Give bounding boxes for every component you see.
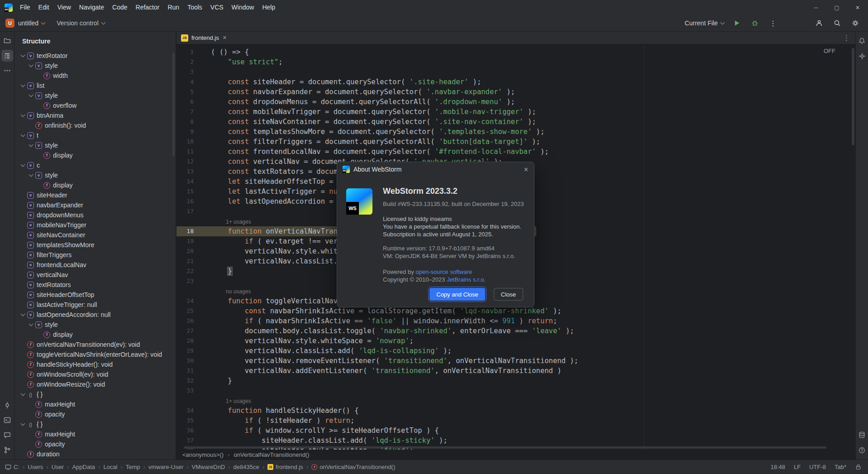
chevron-down-icon[interactable] — [29, 92, 33, 97]
structure-item[interactable]: fonWindowResize(): void — [14, 379, 176, 389]
run-config-selector[interactable]: Current File — [685, 19, 724, 27]
structure-item[interactable]: vverticalNav — [14, 270, 176, 280]
structure-item[interactable]: fwidth — [14, 71, 176, 81]
help-tool-button[interactable] — [856, 444, 868, 456]
status-path-item[interactable]: Temp — [126, 464, 140, 470]
line-number[interactable]: 26 — [176, 316, 211, 326]
chevron-down-icon[interactable] — [29, 172, 33, 177]
structure-item[interactable]: vfrontendLocalNav — [14, 260, 176, 270]
chevron-down-icon[interactable] — [21, 82, 25, 87]
code-line[interactable]: 27 document.body.classList.toggle( 'navb… — [176, 326, 855, 336]
chevron-slot[interactable] — [27, 65, 35, 67]
minimize-button[interactable]: ─ — [806, 0, 826, 15]
chevron-slot[interactable] — [19, 165, 27, 166]
code-line[interactable]: 29 verticalNav.classList.add( 'lqd-is-co… — [176, 346, 855, 356]
structure-item[interactable]: fdisplay — [14, 180, 176, 190]
menu-vcs[interactable]: VCS — [206, 0, 228, 15]
structure-item[interactable]: fonWindowScroll(ev): void — [14, 369, 176, 379]
chevron-slot[interactable] — [19, 424, 27, 425]
chevron-slot[interactable] — [27, 95, 35, 96]
line-number[interactable]: 31 — [176, 366, 211, 376]
menu-refactor[interactable]: Refactor — [132, 0, 164, 15]
usages-hint[interactable]: 1+ usages — [226, 398, 251, 404]
search-everywhere-button[interactable] — [832, 18, 843, 29]
more-actions-button[interactable]: ⋮ — [768, 18, 778, 29]
breadcrumb-function[interactable]: onVerticalNavTransitionend() — [234, 451, 309, 458]
structure-tool-button[interactable] — [1, 50, 13, 62]
structure-item[interactable]: vtemplatesShowMore — [14, 240, 176, 250]
commit-tool-button[interactable] — [1, 399, 13, 411]
settings-button[interactable] — [850, 18, 861, 29]
structure-item[interactable]: vt — [14, 130, 176, 140]
structure-item[interactable]: fonVerticalNavTransitionend(ev): void — [14, 340, 176, 350]
line-number[interactable] — [176, 286, 211, 296]
git-tool-button[interactable] — [1, 444, 13, 456]
usages-hint-row[interactable]: 1+ usages — [176, 396, 855, 406]
caret-position-widget[interactable]: 18:48 — [770, 464, 785, 470]
code-line[interactable]: 31 verticalNav.addEventListener( 'transi… — [176, 366, 855, 376]
status-path-item[interactable]: Users — [28, 464, 43, 470]
code-line[interactable]: 35 if ( !siteHeader ) return; — [176, 416, 855, 426]
line-number[interactable]: 29 — [176, 346, 211, 356]
chevron-down-icon[interactable] — [21, 162, 25, 167]
structure-item[interactable]: fopacity — [14, 409, 176, 419]
dialog-titlebar[interactable]: WS About WebStorm ✕ — [337, 162, 534, 177]
structure-item[interactable]: fonfinish(): void — [14, 120, 176, 130]
structure-item[interactable]: vdropdownMenus — [14, 210, 176, 220]
chevron-down-icon[interactable] — [21, 132, 25, 137]
code-line[interactable]: 4 const siteHeader = document.querySelec… — [176, 77, 855, 87]
code-line[interactable]: 10 const filterTriggers = document.query… — [176, 137, 855, 147]
structure-scrollbar[interactable] — [172, 53, 175, 157]
line-number[interactable]: 36 — [176, 426, 211, 436]
line-number[interactable]: 16 — [176, 196, 211, 206]
chevron-down-icon[interactable] — [29, 62, 33, 67]
code-line[interactable]: 6 const dropdownMenus = document.querySe… — [176, 97, 855, 107]
line-separator-widget[interactable]: LF — [794, 464, 801, 470]
menu-view[interactable]: View — [53, 0, 75, 15]
line-number[interactable]: 11 — [176, 147, 211, 157]
line-number[interactable]: 17 — [176, 206, 211, 216]
structure-item[interactable]: vnavbarExpander — [14, 200, 176, 210]
maximize-button[interactable]: ▢ — [826, 0, 847, 15]
database-tool-button[interactable] — [856, 429, 868, 440]
line-number[interactable]: 4 — [176, 77, 211, 87]
structure-item[interactable]: vfilterTriggers — [14, 250, 176, 260]
code-line[interactable]: 32 } — [176, 376, 855, 386]
menu-window[interactable]: Window — [228, 0, 258, 15]
breadcrumb-anonymous[interactable]: <anonymous>() — [182, 451, 224, 458]
structure-item[interactable]: vc — [14, 160, 176, 170]
code-line[interactable]: 33 — [176, 386, 855, 396]
code-line[interactable]: 3 — [176, 67, 855, 77]
code-line[interactable]: 1( () => { — [176, 47, 855, 57]
project-widget[interactable]: untitled — [18, 19, 45, 27]
menu-file[interactable]: File — [16, 0, 34, 15]
structure-item[interactable]: fmaxHeight — [14, 399, 176, 409]
chevron-down-icon[interactable] — [21, 112, 25, 117]
line-number[interactable]: 32 — [176, 376, 211, 386]
status-path-item[interactable]: vmware-User — [148, 464, 183, 470]
structure-item[interactable]: vbtnAnima — [14, 110, 176, 120]
line-number[interactable] — [176, 396, 211, 406]
line-number[interactable]: 37 — [176, 436, 211, 445]
line-number[interactable]: 5 — [176, 87, 211, 97]
status-path-item[interactable]: Local — [103, 464, 117, 470]
line-number[interactable]: 2 — [176, 57, 211, 67]
chevron-slot[interactable] — [19, 55, 27, 57]
line-number[interactable]: 7 — [176, 107, 211, 117]
usages-hint[interactable]: 1+ usages — [226, 219, 251, 225]
vertical-scrollbar[interactable] — [852, 48, 854, 145]
more-tool-windows-button[interactable] — [1, 65, 13, 77]
code-line[interactable]: 36 if ( window.scrollY >= siteHeaderOffs… — [176, 426, 855, 436]
line-number[interactable]: 13 — [176, 167, 211, 177]
menu-tools[interactable]: Tools — [183, 0, 206, 15]
chevron-slot[interactable] — [19, 394, 27, 395]
structure-item[interactable]: vsiteHeader — [14, 190, 176, 200]
debug-button[interactable] — [749, 18, 760, 29]
menu-run[interactable]: Run — [163, 0, 183, 15]
chevron-slot[interactable] — [19, 135, 27, 136]
status-path-item[interactable]: AppData — [72, 464, 95, 470]
code-line[interactable]: 28 verticalNav.style.whiteSpace = 'nowra… — [176, 336, 855, 346]
code-line[interactable]: 2 "use strict"; — [176, 57, 855, 67]
line-number[interactable]: 34 — [176, 406, 211, 416]
line-number[interactable]: 19 — [176, 236, 211, 246]
